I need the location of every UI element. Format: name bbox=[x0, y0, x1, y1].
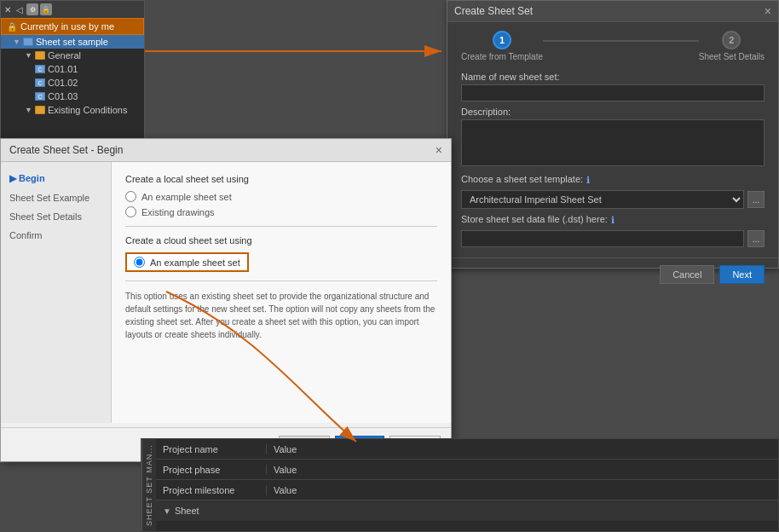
sheet-icon: C bbox=[35, 92, 45, 101]
begin-sidebar: Begin Sheet Set Example Sheet Set Detail… bbox=[1, 162, 112, 423]
project-milestone-row: Project milestone Value bbox=[156, 480, 778, 500]
expand-icon: ▼ bbox=[13, 38, 20, 46]
expand-icon-sheet: ▼ bbox=[163, 506, 171, 516]
tree-item-c0102[interactable]: C C01.02 bbox=[1, 76, 144, 90]
sidebar-item-confirm[interactable]: Confirm bbox=[1, 226, 111, 245]
dialog-close-btn[interactable]: × bbox=[765, 4, 771, 18]
project-milestone-value: Value bbox=[267, 485, 778, 495]
nav-btn[interactable]: ◁ bbox=[14, 4, 25, 15]
sheet-section-label: Sheet bbox=[175, 506, 199, 516]
folder-icon2 bbox=[35, 106, 45, 114]
template-row: Choose a sheet set template: ℹ bbox=[461, 174, 765, 187]
template-label: Choose a sheet set template: bbox=[461, 174, 583, 184]
tree-item-general[interactable]: ▼ General bbox=[1, 49, 144, 62]
radio-cloud-example-highlighted[interactable]: An example sheet set bbox=[125, 252, 249, 272]
template-select-row: Architectural Imperial Sheet Set ... bbox=[461, 190, 765, 209]
sheet-set-icon bbox=[23, 38, 33, 46]
project-name-label: Project name bbox=[156, 444, 267, 454]
radio-existing-option[interactable]: Existing drawings bbox=[125, 206, 437, 217]
section-divider2 bbox=[125, 280, 437, 281]
template-browse-btn[interactable]: ... bbox=[747, 191, 765, 208]
sheet-icon: C bbox=[35, 65, 45, 73]
tree-item-c0103[interactable]: C C01.03 bbox=[1, 90, 144, 103]
begin-content: Begin Sheet Set Example Sheet Set Detail… bbox=[1, 162, 451, 423]
template-info-icon: ℹ bbox=[586, 175, 590, 186]
radio-example-label: An example sheet set bbox=[141, 192, 232, 202]
dialog-titlebar: Create Sheet Set × bbox=[447, 1, 778, 22]
step2-circle: 2 bbox=[722, 31, 741, 49]
tree-item-label: C01.01 bbox=[48, 64, 78, 74]
begin-main: Create a local sheet set using An exampl… bbox=[112, 162, 451, 423]
section-divider bbox=[125, 226, 437, 227]
sheet-expand-row[interactable]: ▼ Sheet bbox=[156, 500, 778, 521]
description-label: Description: bbox=[461, 107, 765, 117]
store-select-row: ... bbox=[461, 230, 765, 247]
tree-item-sheet-set[interactable]: ▼ Sheet set sample bbox=[1, 35, 144, 49]
tree-item-existing[interactable]: ▼ Existing Conditions bbox=[1, 103, 144, 117]
lock-icon: 🔒 bbox=[7, 22, 17, 32]
tree-item-label: Existing Conditions bbox=[48, 105, 128, 115]
description-textarea[interactable] bbox=[461, 119, 765, 166]
cancel-button[interactable]: Cancel bbox=[660, 265, 714, 284]
begin-title: Create Sheet Set - Begin bbox=[9, 144, 123, 156]
sheet-set-panel: ✕ ◁ ⚙ 🔒 🔒 Currently in use by me ▼ Sheet… bbox=[0, 0, 145, 141]
create-sheet-dialog: Create Sheet Set × 1 Create from Templat… bbox=[447, 0, 779, 269]
dialog-body: Name of new sheet set: Description: Choo… bbox=[447, 65, 778, 254]
currently-in-use-text: Currently in use by me bbox=[20, 21, 114, 32]
step1-label: Create from Template bbox=[461, 52, 543, 61]
name-label: Name of new sheet set: bbox=[461, 72, 765, 82]
step1-circle: 1 bbox=[493, 31, 511, 49]
currently-in-use-bar: 🔒 Currently in use by me bbox=[1, 18, 144, 35]
settings-icon[interactable]: ⚙ bbox=[26, 3, 38, 15]
tree-item-label: C01.03 bbox=[48, 91, 78, 101]
radio-example[interactable] bbox=[125, 191, 136, 202]
close-btn[interactable]: ✕ bbox=[3, 4, 13, 15]
lock-icon-toolbar: 🔒 bbox=[40, 3, 52, 15]
cloud-section-title: Create a cloud sheet set using bbox=[125, 235, 437, 246]
store-row: Store sheet set data file (.dst) here: ℹ bbox=[461, 214, 765, 227]
radio-existing-label: Existing drawings bbox=[141, 207, 215, 217]
folder-icon bbox=[35, 51, 45, 60]
panel-toolbar: ✕ ◁ ⚙ 🔒 bbox=[1, 1, 144, 18]
tree-item-label: C01.02 bbox=[48, 78, 78, 88]
local-section-title: Create a local sheet set using bbox=[125, 174, 437, 184]
template-select[interactable]: Architectural Imperial Sheet Set bbox=[461, 190, 744, 209]
store-browse-btn[interactable]: ... bbox=[747, 230, 765, 247]
description-text: This option uses an existing sheet set t… bbox=[125, 290, 437, 341]
project-name-row: Project name Value bbox=[156, 439, 778, 460]
project-phase-row: Project phase Value bbox=[156, 460, 778, 480]
dialog-title: Create Sheet Set bbox=[454, 5, 533, 17]
name-input[interactable] bbox=[461, 84, 765, 101]
tree-item-c0101[interactable]: C C01.01 bbox=[1, 62, 144, 76]
store-info-icon: ℹ bbox=[611, 215, 615, 226]
expand-icon3: ▼ bbox=[25, 106, 32, 114]
bottom-content: Project name Value Project phase Value P… bbox=[156, 439, 778, 531]
step2-label: Sheet Set Details bbox=[699, 52, 765, 61]
expand-icon2: ▼ bbox=[25, 51, 32, 60]
project-milestone-label: Project milestone bbox=[156, 485, 267, 495]
begin-dialog: Create Sheet Set - Begin × Begin Sheet S… bbox=[0, 138, 452, 462]
sidebar-item-begin[interactable]: Begin bbox=[1, 169, 111, 188]
sidebar-item-sheet-set-example[interactable]: Sheet Set Example bbox=[1, 188, 111, 207]
begin-close-btn[interactable]: × bbox=[436, 143, 442, 157]
store-label: Store sheet set data file (.dst) here: bbox=[461, 214, 608, 224]
project-name-value: Value bbox=[267, 444, 778, 454]
dialog-footer: Cancel Next bbox=[447, 257, 778, 291]
tree-item-label: Sheet set sample bbox=[36, 37, 108, 47]
next-button[interactable]: Next bbox=[719, 265, 765, 284]
project-phase-label: Project phase bbox=[156, 465, 267, 475]
bottom-panel: SHEET SET MAN... Project name Value Proj… bbox=[141, 438, 779, 532]
project-phase-value: Value bbox=[267, 465, 778, 475]
radio-cloud-example-label: An example sheet set bbox=[150, 257, 240, 268]
tree-item-label: General bbox=[48, 50, 81, 61]
sheet-set-manager-label: SHEET SET MAN... bbox=[141, 439, 156, 531]
store-path-input[interactable] bbox=[461, 230, 744, 247]
radio-cloud-example[interactable] bbox=[134, 257, 145, 268]
radio-existing[interactable] bbox=[125, 206, 136, 217]
begin-titlebar: Create Sheet Set - Begin × bbox=[1, 139, 451, 162]
sheet-icon: C bbox=[35, 78, 45, 87]
radio-example-option[interactable]: An example sheet set bbox=[125, 191, 437, 202]
sidebar-item-sheet-set-details[interactable]: Sheet Set Details bbox=[1, 207, 111, 226]
